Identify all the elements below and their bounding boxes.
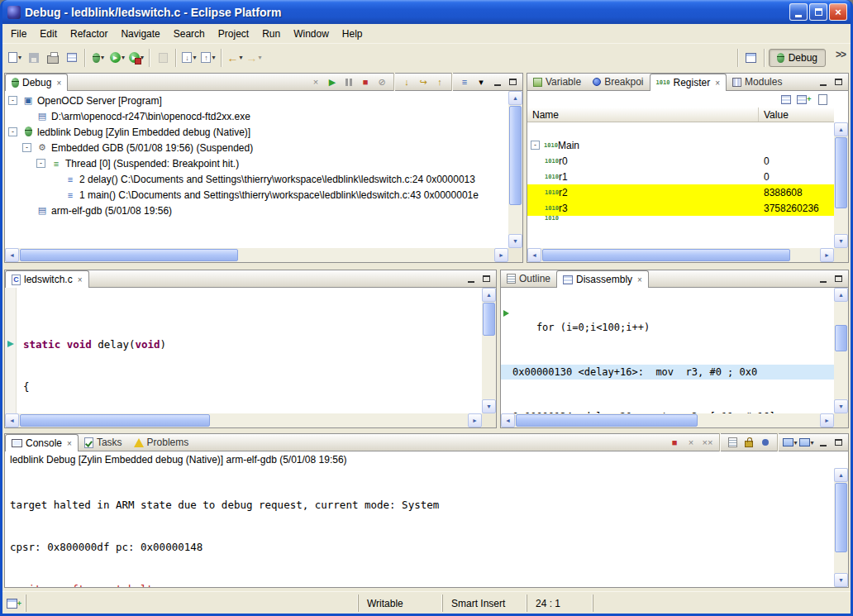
debug-view-menu-button[interactable]: ▾ bbox=[474, 75, 488, 89]
disassembly-content[interactable]: for (i=0;i<100;i++) 0x00000130 <delay+16… bbox=[501, 288, 848, 427]
register-row-changed[interactable]: 1010r3 3758260236 bbox=[527, 200, 834, 216]
code-line[interactable]: { bbox=[17, 380, 482, 394]
console-scrollbar-vertical[interactable]: ▲ ▼ bbox=[834, 468, 848, 587]
scroll-right-arrow[interactable]: ► bbox=[468, 413, 482, 427]
scroll-up-arrow[interactable]: ▲ bbox=[834, 122, 848, 136]
menu-search[interactable]: Search bbox=[167, 25, 212, 43]
tree-expander[interactable]: - bbox=[36, 159, 45, 168]
tab-disassembly[interactable]: Disassembly× bbox=[556, 270, 649, 288]
disassembly-scrollbar-vertical[interactable]: ▲ ▼ bbox=[834, 288, 848, 413]
tab-problems[interactable]: Problems bbox=[128, 434, 195, 451]
menu-navigate[interactable]: Navigate bbox=[114, 25, 166, 43]
column-header-value[interactable]: Value bbox=[759, 107, 834, 122]
close-tab-icon[interactable]: × bbox=[56, 79, 61, 88]
debug-tree-item[interactable]: -ledblink Debug [Zylin Embedded debug (N… bbox=[5, 124, 508, 140]
scroll-up-arrow[interactable]: ▲ bbox=[834, 468, 848, 482]
remove-all-terminated-launches-button[interactable]: ×× bbox=[700, 436, 715, 450]
next-annotation-button[interactable]: ↓▾ bbox=[180, 48, 198, 68]
tab-debug[interactable]: Debug × bbox=[5, 74, 68, 91]
display-selected-console-button[interactable]: ▾ bbox=[783, 436, 798, 450]
disassembly-scrollbar-horizontal[interactable]: ◄ ► bbox=[501, 413, 834, 427]
scroll-down-arrow[interactable]: ▼ bbox=[508, 234, 522, 248]
registers-scrollbar-vertical[interactable]: ▲ ▼ bbox=[834, 122, 848, 248]
close-tab-icon[interactable]: × bbox=[715, 79, 720, 88]
open-console-button[interactable]: ▾ bbox=[799, 436, 814, 450]
scroll-right-arrow[interactable]: ► bbox=[494, 248, 508, 262]
scroll-down-arrow[interactable]: ▼ bbox=[834, 399, 848, 413]
title-bar[interactable]: Debug - ledblink/ledswitch.c - Eclipse P… bbox=[2, 0, 851, 24]
debug-scrollbar-horizontal[interactable]: ◄ ► bbox=[5, 248, 508, 262]
code-line[interactable]: static void delay(void) bbox=[17, 337, 482, 351]
tab-console[interactable]: Console× bbox=[5, 434, 79, 451]
add-register-group-button[interactable]: + bbox=[797, 93, 812, 107]
menu-help[interactable]: Help bbox=[336, 25, 369, 43]
debug-tree-item stack-frame[interactable]: ≡2 delay() C:\Documents and Settings\thi… bbox=[5, 171, 508, 187]
maximize-view-button[interactable] bbox=[832, 437, 846, 449]
debug-tree-item[interactable]: -⚙Embedded GDB (5/01/08 19:56) (Suspende… bbox=[5, 140, 508, 155]
register-row[interactable]: -1010Main bbox=[527, 137, 834, 153]
step-into-button[interactable]: ↓ bbox=[399, 75, 414, 89]
tree-expander[interactable]: - bbox=[531, 141, 540, 150]
scroll-thumb[interactable] bbox=[20, 249, 238, 261]
scroll-down-arrow[interactable]: ▼ bbox=[482, 399, 496, 413]
close-button[interactable]: × bbox=[829, 3, 847, 21]
disassembly-line[interactable]: for (i=0;i<100;i++) bbox=[501, 320, 834, 335]
scroll-up-arrow[interactable]: ▲ bbox=[834, 288, 848, 302]
scroll-thumb[interactable] bbox=[835, 137, 847, 208]
minimize-button[interactable] bbox=[789, 3, 808, 21]
maximize-view-button[interactable] bbox=[479, 273, 493, 285]
close-tab-icon[interactable]: × bbox=[67, 439, 72, 448]
scroll-thumb[interactable] bbox=[516, 414, 698, 427]
terminate-button[interactable]: ■ bbox=[358, 75, 373, 89]
debug-tree-item[interactable]: -≡Thread [0] (Suspended: Breakpoint hit.… bbox=[5, 155, 508, 171]
scroll-left-arrow[interactable]: ◄ bbox=[5, 248, 19, 262]
remove-launch-button[interactable]: × bbox=[684, 436, 698, 450]
toggle-mark-occurrences-button[interactable] bbox=[154, 48, 172, 68]
maximize-button[interactable] bbox=[809, 3, 827, 21]
scroll-thumb[interactable] bbox=[509, 106, 522, 205]
build-button[interactable] bbox=[63, 48, 81, 68]
scroll-right-arrow[interactable]: ► bbox=[820, 413, 834, 427]
debug-tree-item stack-frame[interactable]: ≡1 main() C:\Documents and Settings\thie… bbox=[5, 187, 508, 203]
scroll-lock-button[interactable] bbox=[741, 436, 756, 450]
scroll-thumb[interactable] bbox=[835, 483, 847, 552]
menu-refactor[interactable]: Refactor bbox=[64, 25, 114, 43]
step-over-button[interactable]: ↪ bbox=[416, 75, 431, 89]
debug-button[interactable]: ▾ bbox=[89, 48, 107, 68]
scroll-left-arrow[interactable]: ◄ bbox=[5, 413, 19, 427]
menu-run[interactable]: Run bbox=[255, 25, 287, 43]
register-row[interactable]: 1010r1 0 bbox=[527, 169, 834, 184]
layout-button[interactable] bbox=[779, 93, 793, 107]
new-button[interactable]: ▾ bbox=[6, 48, 24, 68]
column-header-name[interactable]: Name bbox=[527, 107, 759, 122]
scroll-left-arrow[interactable]: ◄ bbox=[501, 413, 515, 427]
registers-view-menu-button[interactable] bbox=[815, 93, 830, 107]
scroll-right-arrow[interactable]: ► bbox=[820, 248, 834, 262]
editor-scrollbar-horizontal[interactable]: ◄ ► bbox=[5, 413, 482, 427]
maximize-view-button[interactable] bbox=[832, 273, 846, 285]
step-return-button[interactable]: ↑ bbox=[432, 75, 447, 89]
tab-variables[interactable]: Variable bbox=[527, 74, 587, 90]
menu-project[interactable]: Project bbox=[212, 25, 255, 43]
maximize-view-button[interactable] bbox=[832, 76, 846, 88]
menu-window[interactable]: Window bbox=[287, 25, 336, 43]
pin-console-button[interactable] bbox=[758, 436, 773, 450]
scroll-down-arrow[interactable]: ▼ bbox=[834, 234, 848, 248]
tab-ledswitch-c[interactable]: C ledswitch.c × bbox=[5, 270, 89, 288]
scroll-thumb[interactable] bbox=[542, 249, 790, 261]
resume-button[interactable]: ▶ bbox=[325, 75, 340, 89]
registers-scrollbar-horizontal[interactable]: ◄ ► bbox=[527, 248, 834, 262]
scroll-up-arrow[interactable]: ▲ bbox=[508, 91, 522, 105]
debug-tree[interactable]: -▣OpenOCD Server [Program] ▤D:\arm\openo… bbox=[5, 91, 522, 262]
debug-tree-item[interactable]: -▣OpenOCD Server [Program] bbox=[5, 93, 508, 108]
tab-registers[interactable]: 1010Register× bbox=[650, 74, 727, 91]
tab-tasks[interactable]: Tasks bbox=[79, 434, 128, 451]
open-perspective-button[interactable] bbox=[742, 48, 760, 68]
run-button[interactable]: ▶▾ bbox=[108, 48, 126, 68]
close-tab-icon[interactable]: × bbox=[637, 275, 642, 284]
register-row[interactable]: 1010r0 0 bbox=[527, 153, 834, 169]
previous-annotation-button[interactable]: ↑▾ bbox=[199, 48, 217, 68]
scroll-down-arrow[interactable]: ▼ bbox=[834, 573, 848, 587]
debug-tree-item[interactable]: ▤arm-elf-gdb (5/01/08 19:56) bbox=[5, 203, 508, 218]
tree-expander[interactable]: - bbox=[22, 143, 31, 152]
